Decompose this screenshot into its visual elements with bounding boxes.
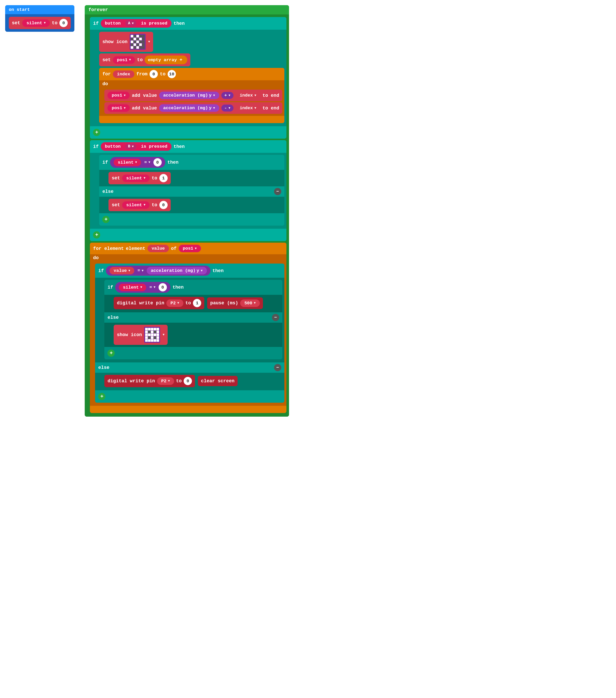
set-silent-0: set silent ▼ to 0: [109, 199, 170, 211]
digital-write-1: digital write pin P2 ▼ to 1: [114, 297, 204, 309]
add-btn-if-b[interactable]: +: [93, 231, 100, 238]
set-label-2: set: [102, 57, 111, 62]
if-a-body: show icon ▼: [90, 30, 286, 126]
index-var[interactable]: index: [113, 70, 134, 78]
then-inner: then: [167, 160, 178, 165]
silent-eq-condition[interactable]: silent ▼ = ▼ 0: [110, 157, 165, 168]
else-outer-body: digital write pin P2 ▼ to 0: [95, 373, 284, 390]
outer-if-footer: +: [95, 390, 284, 403]
nested-if-header: if silent ▼ =: [104, 280, 282, 295]
on-start-label: on start: [9, 7, 30, 12]
pos1-add1[interactable]: pos1 ▼: [107, 92, 129, 99]
add-btn-outer-if[interactable]: +: [98, 393, 105, 400]
forever-block: forever if button A ▼ is pressed: [85, 5, 289, 417]
index-val1[interactable]: index ▼: [235, 92, 260, 99]
pin-p2-0[interactable]: P2 ▼: [157, 377, 174, 385]
minus-btn-nested[interactable]: −: [272, 314, 279, 321]
pin-p2-1[interactable]: P2 ▼: [166, 299, 183, 307]
workspace: on start set silent ▼ to 0 forever: [5, 5, 611, 417]
op-plus[interactable]: + ▼: [221, 92, 233, 99]
icon-dropdown-nested[interactable]: ▼: [163, 333, 165, 337]
minus-btn-outer[interactable]: −: [274, 364, 281, 371]
silent-var-inner[interactable]: silent ▼: [114, 159, 141, 166]
op-minus[interactable]: - ▼: [221, 104, 233, 112]
accel1[interactable]: acceleration (mg) y ▼: [159, 92, 219, 99]
for-index-header: for index from 0 to 10: [99, 68, 284, 80]
digital-write-0: digital write pin P2 ▼ to 0: [104, 375, 195, 387]
button-a-condition[interactable]: button A ▼ is pressed: [101, 19, 172, 28]
pos1-add2[interactable]: pos1 ▼: [107, 104, 129, 112]
value-var[interactable]: value: [148, 245, 169, 252]
add-btn-inner-if[interactable]: +: [102, 216, 110, 223]
add-value-1: pos1 ▼ add value acceleration (mg) y ▼: [104, 89, 282, 101]
show-icon-nested: show icon: [114, 325, 167, 345]
else-label-inner: else: [102, 189, 113, 194]
value-eq-accel[interactable]: value ▼ = ▼ acceleration (mg): [106, 266, 210, 276]
silent-set-var[interactable]: silent ▼: [122, 174, 150, 182]
value-op-var[interactable]: value ▼: [110, 267, 134, 275]
else-nested-body: show icon: [104, 323, 282, 347]
icon-grid[interactable]: [129, 34, 146, 50]
icon-dropdown[interactable]: ▼: [148, 40, 150, 44]
button-b-var[interactable]: B ▼: [125, 143, 136, 150]
empty-array-val: empty array +: [145, 56, 187, 64]
pin-val-1: 1: [193, 299, 201, 307]
icon-grid-nested[interactable]: [144, 327, 160, 343]
for-do-label: do: [99, 80, 284, 87]
minus-btn-inner[interactable]: −: [274, 188, 281, 195]
accel-outer[interactable]: acceleration (mg) y ▼: [147, 267, 207, 275]
index-val2[interactable]: index ▼: [235, 104, 260, 112]
for-elem-footer: [90, 406, 286, 413]
pause-block: pause (ms) 500 ▼: [207, 297, 263, 309]
nested-silent-eq[interactable]: silent ▼ = ▼ 0: [115, 282, 170, 293]
for-elem-header: for element element value of pos1 ▼: [90, 243, 286, 254]
to-label: to: [52, 20, 58, 26]
to-label-2: to: [137, 57, 143, 62]
pin-val-0: 0: [183, 377, 192, 385]
pause-val[interactable]: 500 ▼: [240, 299, 260, 307]
to-end-2: to end: [262, 106, 279, 111]
silent-set-var2[interactable]: silent ▼: [122, 201, 150, 209]
eq-op[interactable]: = ▼: [142, 159, 152, 166]
eq-op-outer[interactable]: = ▼: [135, 267, 146, 274]
inner-if-silent-header: if silent ▼ = ▼: [99, 155, 284, 170]
eq-nested[interactable]: = ▼: [147, 284, 157, 291]
for-elem-label: for element: [93, 246, 124, 251]
for-element-block: for element element value of pos1 ▼ do: [90, 243, 286, 413]
clear-screen-block: clear screen: [198, 376, 237, 386]
to-label-for: to: [160, 71, 166, 77]
if-b-body: if silent ▼ = ▼: [90, 153, 286, 229]
forever-panel: forever if button A ▼ is pressed: [85, 5, 611, 417]
else-silent: else −: [99, 186, 284, 197]
if-a-header: if button A ▼ is pressed then: [90, 17, 286, 30]
if-label-1: if: [93, 21, 99, 26]
button-a-var[interactable]: A ▼: [125, 20, 136, 26]
if-label-outer: if: [98, 268, 104, 274]
pos1-var[interactable]: pos1 ▼: [113, 56, 135, 64]
add-btn-nested[interactable]: +: [107, 350, 115, 357]
for-index-block: for index from 0 to 10 do: [99, 68, 284, 123]
button-b-condition[interactable]: button B ▼ is pressed: [101, 142, 172, 151]
pos1-list-var[interactable]: pos1 ▼: [179, 245, 201, 252]
forever-label: forever: [88, 7, 108, 12]
nested-silent-var[interactable]: silent ▼: [119, 284, 146, 291]
add-btn-if-a[interactable]: +: [93, 129, 100, 136]
to-val: 10: [168, 70, 176, 78]
silent-variable[interactable]: silent ▼: [22, 19, 50, 27]
inner-if-silent: if silent ▼ = ▼: [99, 155, 284, 226]
silent-dropdown-arrow[interactable]: ▼: [44, 21, 46, 25]
inner-if-body: set silent ▼ to 1: [99, 170, 284, 186]
inner-if-label: if: [102, 160, 108, 165]
accel2[interactable]: acceleration (mg) y ▼: [159, 104, 219, 112]
val-0-inner: 0: [153, 158, 162, 167]
then-label-2: then: [174, 144, 185, 149]
set-pos1-row: set pos1 ▼ to empty array +: [99, 53, 284, 66]
then-outer: then: [213, 268, 224, 274]
val-1: 1: [159, 174, 168, 182]
show-icon-label: show icon: [102, 39, 127, 44]
outer-if-value-header: if value ▼ = ▼: [95, 264, 284, 278]
from-label: from: [136, 71, 148, 77]
outer-if-body: if silent ▼ =: [95, 278, 284, 362]
empty-array-plus[interactable]: +: [178, 57, 184, 63]
on-start-block: on start set silent ▼ to 0: [5, 5, 74, 32]
